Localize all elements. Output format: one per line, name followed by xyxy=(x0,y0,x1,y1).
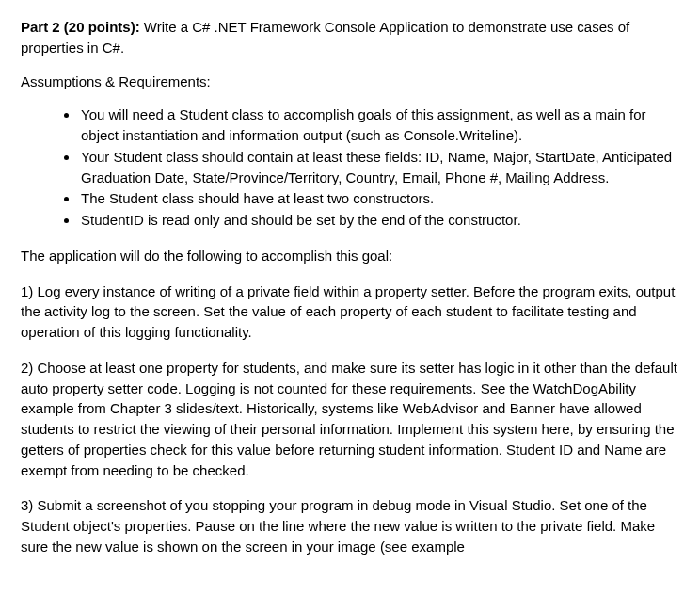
list-item: StudentID is read only and should be set… xyxy=(79,210,679,231)
list-item: You will need a Student class to accompl… xyxy=(79,105,679,146)
requirements-list: You will need a Student class to accompl… xyxy=(79,105,679,231)
paragraph-2: 2) Choose at least one property for stud… xyxy=(21,358,679,481)
paragraph-1: 1) Log every instance of writing of a pr… xyxy=(21,282,679,343)
paragraph-3: 3) Submit a screenshot of you stopping y… xyxy=(21,495,679,556)
assignment-heading: Part 2 (20 points): Write a C# .NET Fram… xyxy=(21,17,679,58)
list-item: Your Student class should contain at lea… xyxy=(79,147,679,188)
assumptions-label: Assumptions & Requirements: xyxy=(21,72,679,92)
list-item: The Student class should have at least t… xyxy=(79,188,679,209)
heading-title: Part 2 (20 points): xyxy=(21,19,140,35)
intro-line: The application will do the following to… xyxy=(21,246,679,266)
